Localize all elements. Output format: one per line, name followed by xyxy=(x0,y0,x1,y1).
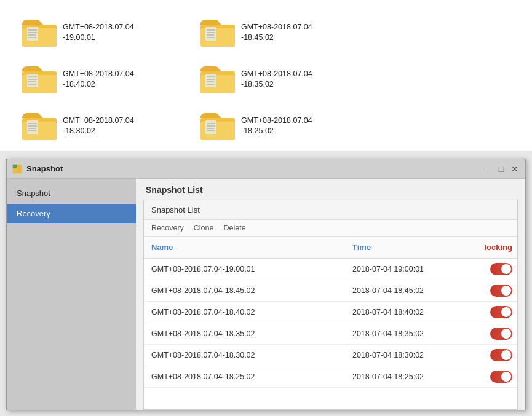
cell-time: 2018-07-04 18:45:02 xyxy=(345,282,468,299)
svg-rect-16 xyxy=(27,74,38,87)
cell-name: GMT+08-2018.07.04-19.00.01 xyxy=(144,261,345,278)
toggle-knob xyxy=(501,329,511,339)
cell-name: GMT+08-2018.07.04-18.45.02 xyxy=(144,282,345,299)
locking-toggle[interactable] xyxy=(490,371,512,383)
cell-time: 2018-07-04 18:25:02 xyxy=(345,368,468,385)
folder-icon xyxy=(21,16,58,49)
main-content: Snapshot List Snapshot List Recovery Clo… xyxy=(136,179,525,410)
maximize-button[interactable]: □ xyxy=(496,163,507,175)
cell-time: 2018-07-04 18:30:02 xyxy=(345,347,468,364)
folder-item[interactable]: GMT+08-2018.07.04 -18.40.02 xyxy=(18,59,197,100)
toggle-knob xyxy=(501,350,511,360)
svg-rect-43 xyxy=(13,164,17,168)
section-title: Snapshot List xyxy=(136,179,525,200)
toolbar-clone-button[interactable]: Clone xyxy=(194,224,214,232)
inner-panel: Snapshot List Recovery Clone Delete Name… xyxy=(143,200,518,410)
table-row[interactable]: GMT+08-2018.07.04-18.40.02 2018-07-04 18… xyxy=(144,302,517,323)
inner-panel-title: Snapshot List xyxy=(144,200,517,220)
folder-label: GMT+08-2018.07.04 -18.35.02 xyxy=(241,69,312,90)
table-body: GMT+08-2018.07.04-19.00.01 2018-07-04 19… xyxy=(144,259,517,388)
cell-name: GMT+08-2018.07.04-18.25.02 xyxy=(144,368,345,385)
window-titlebar: Snapshot — □ ✕ xyxy=(7,159,525,179)
toolbar-recovery-button[interactable]: Recovery xyxy=(151,224,184,232)
cell-locking xyxy=(468,302,517,323)
window-body: Snapshot Recovery Snapshot List Snapshot… xyxy=(7,179,525,410)
cell-time: 2018-07-04 19:00:01 xyxy=(345,261,468,278)
folder-item[interactable]: GMT+08-2018.07.04 -18.25.02 xyxy=(197,106,375,146)
toggle-knob xyxy=(501,264,511,274)
svg-rect-30 xyxy=(27,120,38,134)
folder-icon xyxy=(199,16,236,49)
sidebar: Snapshot Recovery xyxy=(7,179,136,410)
cell-name: GMT+08-2018.07.04-18.40.02 xyxy=(144,304,345,321)
folder-label: GMT+08-2018.07.04 -18.40.02 xyxy=(63,69,134,90)
snapshot-table: Name Time locking GMT+08-2018.07.04-19.0… xyxy=(144,237,517,409)
table-row[interactable]: GMT+08-2018.07.04-18.25.02 2018-07-04 18… xyxy=(144,366,517,388)
folder-item[interactable]: GMT+08-2018.07.04 -19.00.01 xyxy=(18,12,197,53)
sidebar-item-recovery[interactable]: Recovery xyxy=(7,204,136,223)
window-controls: — □ ✕ xyxy=(482,163,520,175)
sidebar-item-snapshot[interactable]: Snapshot xyxy=(7,184,136,203)
locking-toggle[interactable] xyxy=(490,349,512,361)
toggle-knob xyxy=(501,372,511,382)
svg-rect-2 xyxy=(27,27,38,41)
col-header-locking: locking xyxy=(468,240,517,254)
minimize-button[interactable]: — xyxy=(482,163,493,175)
folder-item[interactable]: GMT+08-2018.07.04 -18.35.02 xyxy=(197,59,375,100)
folder-icon xyxy=(199,109,236,143)
folder-icon xyxy=(199,63,236,96)
cell-locking xyxy=(468,259,517,280)
window-title: Snapshot xyxy=(26,164,63,173)
snapshot-app-icon xyxy=(12,163,23,175)
svg-rect-37 xyxy=(205,120,216,134)
table-row[interactable]: GMT+08-2018.07.04-19.00.01 2018-07-04 19… xyxy=(144,259,517,280)
folder-icon xyxy=(21,109,58,143)
locking-toggle[interactable] xyxy=(490,285,512,297)
table-row[interactable]: GMT+08-2018.07.04-18.45.02 2018-07-04 18… xyxy=(144,280,517,302)
window-title-left: Snapshot xyxy=(12,163,63,175)
folder-label: GMT+08-2018.07.04 -19.00.01 xyxy=(63,22,134,44)
file-browser: GMT+08-2018.07.04 -19.00.01 xyxy=(0,0,532,151)
folder-label: GMT+08-2018.07.04 -18.45.02 xyxy=(241,22,312,44)
toolbar-delete-button[interactable]: Delete xyxy=(223,224,245,232)
locking-toggle[interactable] xyxy=(490,263,512,275)
cell-time: 2018-07-04 18:40:02 xyxy=(345,304,468,321)
cell-name: GMT+08-2018.07.04-18.30.02 xyxy=(144,347,345,364)
table-row[interactable]: GMT+08-2018.07.04-18.35.02 2018-07-04 18… xyxy=(144,323,517,345)
folder-item[interactable]: GMT+08-2018.07.04 -18.45.02 xyxy=(197,12,375,53)
cell-name: GMT+08-2018.07.04-18.35.02 xyxy=(144,325,345,342)
locking-toggle[interactable] xyxy=(490,306,512,318)
folder-icon xyxy=(21,63,58,96)
cell-locking xyxy=(468,280,517,301)
folder-item[interactable]: GMT+08-2018.07.04 -18.30.02 xyxy=(18,106,197,146)
col-header-name: Name xyxy=(144,240,345,254)
close-button[interactable]: ✕ xyxy=(509,163,520,175)
toolbar-row: Recovery Clone Delete xyxy=(144,220,517,237)
snapshot-window: Snapshot — □ ✕ Snapshot Recovery Snapsho… xyxy=(6,159,526,410)
folder-label: GMT+08-2018.07.04 -18.25.02 xyxy=(241,116,312,137)
col-header-time: Time xyxy=(345,240,468,254)
folder-label: GMT+08-2018.07.04 -18.30.02 xyxy=(63,116,134,137)
cell-time: 2018-07-04 18:35:02 xyxy=(345,325,468,342)
table-row[interactable]: GMT+08-2018.07.04-18.30.02 2018-07-04 18… xyxy=(144,345,517,366)
svg-rect-23 xyxy=(205,74,216,87)
table-header: Name Time locking xyxy=(144,237,517,259)
cell-locking xyxy=(468,345,517,366)
toggle-knob xyxy=(501,307,511,317)
toggle-knob xyxy=(501,286,511,296)
cell-locking xyxy=(468,323,517,344)
svg-rect-9 xyxy=(205,27,216,41)
locking-toggle[interactable] xyxy=(490,328,512,340)
cell-locking xyxy=(468,366,517,387)
